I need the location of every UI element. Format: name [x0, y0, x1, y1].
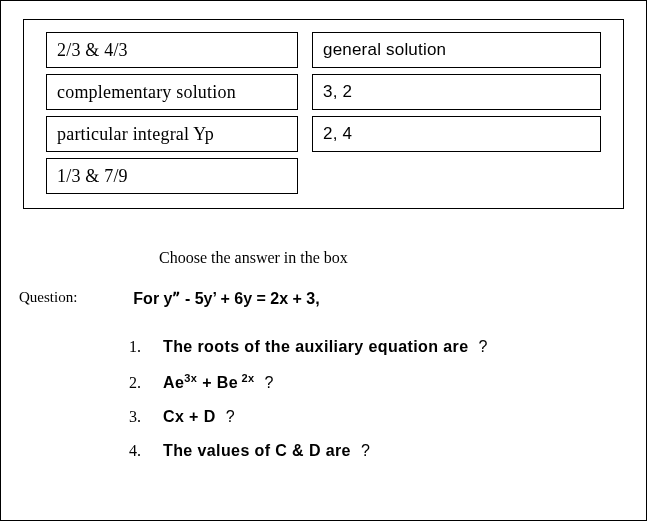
superscript: 3x	[184, 372, 197, 384]
answer-option[interactable]: particular integral Yp	[46, 116, 298, 152]
question-item: 2. Ae3x + Be 2x?	[119, 372, 628, 392]
answer-option[interactable]: 3, 2	[312, 74, 601, 110]
question-item: 4. The values of C & D are?	[119, 442, 628, 460]
answer-option[interactable]: 2, 4	[312, 116, 601, 152]
question-number: 3.	[119, 408, 141, 426]
question-text: Cx + D?	[163, 408, 235, 426]
answer-bank-left-column: 2/3 & 4/3 complementary solution particu…	[46, 32, 298, 194]
question-text: The values of C & D are?	[163, 442, 370, 460]
answer-option[interactable]: general solution	[312, 32, 601, 68]
question-mark: ?	[265, 374, 274, 391]
superscript: 2x	[238, 372, 255, 384]
equation-part: For y	[133, 290, 172, 307]
instruction-text: Choose the answer in the box	[159, 249, 628, 267]
answer-bank: 2/3 & 4/3 complementary solution particu…	[23, 19, 624, 209]
question-text: The roots of the auxiliary equation are?	[163, 338, 488, 356]
question-text-body: Cx + D	[163, 408, 216, 425]
question-number: 2.	[119, 374, 141, 392]
question-label: Question:	[19, 289, 77, 306]
question-text-body: The values of C & D are	[163, 442, 351, 459]
question-mark: ?	[478, 338, 487, 355]
question-text: Ae3x + Be 2x?	[163, 372, 274, 392]
worksheet-page: 2/3 & 4/3 complementary solution particu…	[0, 0, 647, 521]
question-mark: ?	[361, 442, 370, 459]
question-number: 4.	[119, 442, 141, 460]
question-list: 1. The roots of the auxiliary equation a…	[119, 338, 628, 460]
question-item: 1. The roots of the auxiliary equation a…	[119, 338, 628, 356]
answer-option[interactable]: 2/3 & 4/3	[46, 32, 298, 68]
question-header: Question: For yˮ - 5y’ + 6y = 2x + 3,	[19, 285, 628, 308]
answer-bank-right-column: general solution 3, 2 2, 4	[312, 32, 601, 194]
question-number: 1.	[119, 338, 141, 356]
equation-part: - 5y	[180, 290, 212, 307]
answer-option[interactable]: 1/3 & 7/9	[46, 158, 298, 194]
equation-part: + 6y = 2x + 3,	[216, 290, 320, 307]
question-equation: For yˮ - 5y’ + 6y = 2x + 3,	[133, 289, 319, 308]
question-text-body: Ae	[163, 374, 184, 391]
question-text-body: + Be	[197, 374, 238, 391]
question-mark: ?	[226, 408, 235, 425]
question-text-body: The roots of the auxiliary equation are	[163, 338, 468, 355]
answer-option[interactable]: complementary solution	[46, 74, 298, 110]
question-item: 3. Cx + D?	[119, 408, 628, 426]
